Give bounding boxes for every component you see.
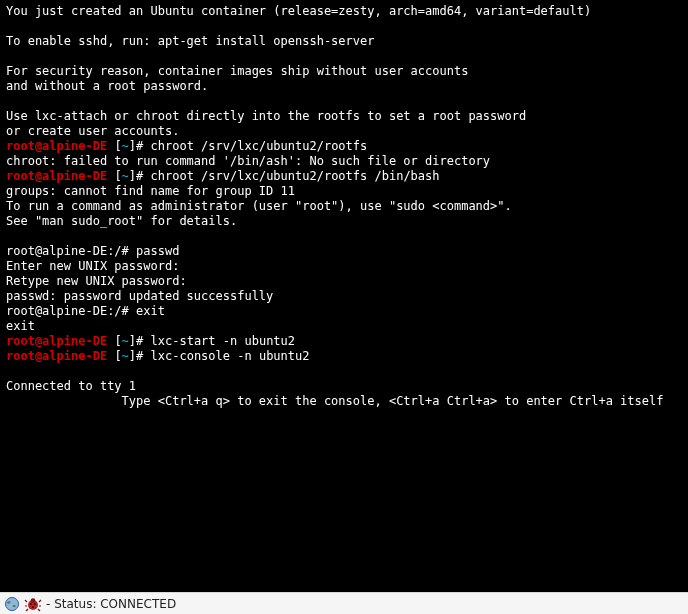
terminal-line: See "man sudo_root" for details. xyxy=(6,214,682,229)
terminal-line: exit xyxy=(6,319,682,334)
prompt-bracket: [ xyxy=(107,169,121,183)
terminal-line: root@alpine-DE:/# exit xyxy=(6,304,682,319)
terminal-line: For security reason, container images sh… xyxy=(6,64,682,79)
svg-line-8 xyxy=(38,609,40,611)
terminal-line: To run a command as administrator (user … xyxy=(6,199,682,214)
svg-point-0 xyxy=(6,597,19,610)
prompt-bracket: ]# xyxy=(129,139,151,153)
terminal-line: root@alpine-DE [~]# lxc-start -n ubuntu2 xyxy=(6,334,682,349)
prompt-cwd: ~ xyxy=(122,349,129,363)
svg-point-2 xyxy=(31,598,36,603)
globe-icon xyxy=(4,596,20,612)
terminal-line: root@alpine-DE [~]# lxc-console -n ubunt… xyxy=(6,349,682,364)
terminal-line xyxy=(6,49,682,64)
terminal-line: root@alpine-DE [~]# chroot /srv/lxc/ubun… xyxy=(6,139,682,154)
prompt-command: lxc-start -n ubuntu2 xyxy=(151,334,296,348)
svg-point-10 xyxy=(34,603,36,605)
terminal-line: To enable sshd, run: apt-get install ope… xyxy=(6,34,682,49)
prompt-command: lxc-console -n ubuntu2 xyxy=(151,349,310,363)
terminal-line: chroot: failed to run command '/bin/ash'… xyxy=(6,154,682,169)
svg-line-3 xyxy=(25,600,27,602)
terminal-line: root@alpine-DE:/# passwd xyxy=(6,244,682,259)
prompt-user: root@alpine-DE xyxy=(6,349,107,363)
terminal-line: or create user accounts. xyxy=(6,124,682,139)
svg-line-7 xyxy=(26,609,28,611)
status-text: - Status: CONNECTED xyxy=(46,597,176,611)
terminal-line: passwd: password updated successfully xyxy=(6,289,682,304)
terminal-line: root@alpine-DE [~]# chroot /srv/lxc/ubun… xyxy=(6,169,682,184)
svg-point-11 xyxy=(32,606,34,608)
prompt-command: chroot /srv/lxc/ubuntu2/rootfs xyxy=(151,139,368,153)
svg-point-9 xyxy=(30,603,32,605)
prompt-cwd: ~ xyxy=(122,334,129,348)
terminal-line: Retype new UNIX password: xyxy=(6,274,682,289)
terminal-line: Use lxc-attach or chroot directly into t… xyxy=(6,109,682,124)
prompt-bracket: ]# xyxy=(129,349,151,363)
prompt-command: chroot /srv/lxc/ubuntu2/rootfs /bin/bash xyxy=(151,169,440,183)
prompt-user: root@alpine-DE xyxy=(6,334,107,348)
prompt-user: root@alpine-DE xyxy=(6,169,107,183)
prompt-bracket: ]# xyxy=(129,169,151,183)
terminal-line: and without a root password. xyxy=(6,79,682,94)
terminal-output[interactable]: You just created an Ubuntu container (re… xyxy=(0,0,688,592)
terminal-line: groups: cannot find name for group ID 11 xyxy=(6,184,682,199)
terminal-line: You just created an Ubuntu container (re… xyxy=(6,4,682,19)
terminal-line xyxy=(6,19,682,34)
terminal-line xyxy=(6,229,682,244)
terminal-line: Enter new UNIX password: xyxy=(6,259,682,274)
bug-icon xyxy=(24,596,42,612)
prompt-bracket: [ xyxy=(107,334,121,348)
prompt-bracket: [ xyxy=(107,139,121,153)
terminal-line xyxy=(6,94,682,109)
prompt-cwd: ~ xyxy=(122,169,129,183)
svg-line-4 xyxy=(39,600,41,602)
prompt-cwd: ~ xyxy=(122,139,129,153)
prompt-user: root@alpine-DE xyxy=(6,139,107,153)
terminal-line: Type <Ctrl+a q> to exit the console, <Ct… xyxy=(6,394,682,409)
prompt-bracket: [ xyxy=(107,349,121,363)
terminal-line xyxy=(6,364,682,379)
prompt-bracket: ]# xyxy=(129,334,151,348)
terminal-line: Connected to tty 1 xyxy=(6,379,682,394)
status-bar: - Status: CONNECTED xyxy=(0,592,688,614)
